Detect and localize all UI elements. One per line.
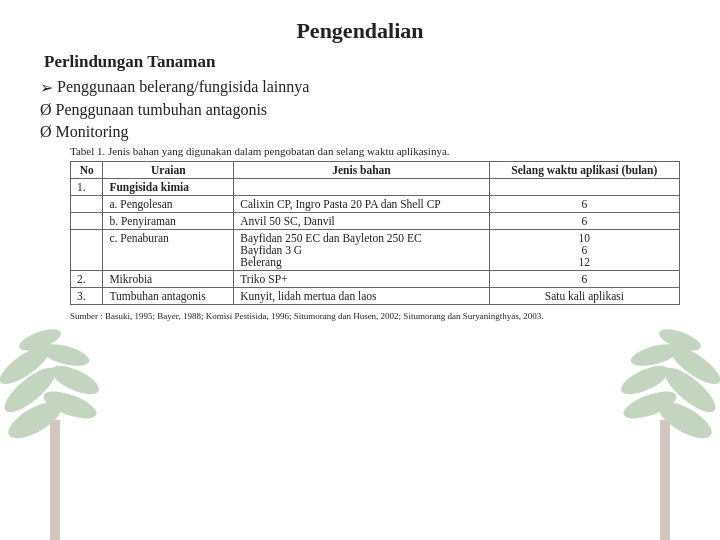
page-title: Pengendalian <box>40 18 680 44</box>
bullet-text-1: Penggunaan belerang/fungisida lainnya <box>57 78 680 96</box>
cell-jenis: Calixin CP, Ingro Pasta 20 PA dan Shell … <box>234 196 489 213</box>
cell-uraian: Fungisida kimia <box>103 179 234 196</box>
table-row: b. PenyiramanAnvil 50 SC, Danvil6 <box>71 213 680 230</box>
col-header-uraian: Uraian <box>103 162 234 179</box>
table-row: 2.MikrobiaTriko SP+6 <box>71 271 680 288</box>
bullet-arrow-2: Ø <box>40 101 52 119</box>
bullet-text-3: Monitoring <box>56 123 680 141</box>
source-text: Sumber : Basuki, 1995; Bayer, 1988; Komi… <box>70 311 680 321</box>
bullet-arrow-1: ➢ <box>40 78 53 97</box>
cell-uraian: a. Pengolesan <box>103 196 234 213</box>
cell-no <box>71 230 103 271</box>
table-row: 1.Fungisida kimia <box>71 179 680 196</box>
cell-no: 1. <box>71 179 103 196</box>
col-header-jenis: Jenis bahan <box>234 162 489 179</box>
cell-uraian: b. Penyiraman <box>103 213 234 230</box>
cell-uraian: c. Penaburan <box>103 230 234 271</box>
col-header-selang: Selang waktu aplikasi (bulan) <box>489 162 679 179</box>
svg-rect-0 <box>50 420 60 540</box>
plant-left-icon <box>0 320 120 540</box>
data-table: No Uraian Jenis bahan Selang waktu aplik… <box>70 161 680 305</box>
cell-uraian: Tumbuhan antagonis <box>103 288 234 305</box>
cell-selang: 10 6 12 <box>489 230 679 271</box>
subtitle: Perlindungan Tanaman <box>44 52 680 72</box>
bullet-arrow-3: Ø <box>40 123 52 141</box>
cell-selang: 6 <box>489 213 679 230</box>
bullet-text-2: Penggunaan tumbuhan antagonis <box>56 101 680 119</box>
table-caption: Tabel 1. Jenis bahan yang digunakan dala… <box>70 145 680 157</box>
plant-right-icon <box>600 320 720 540</box>
cell-jenis: Triko SP+ <box>234 271 489 288</box>
table-row: a. PengolesanCalixin CP, Ingro Pasta 20 … <box>71 196 680 213</box>
cell-jenis: Anvil 50 SC, Danvil <box>234 213 489 230</box>
bullet-2: Ø Penggunaan tumbuhan antagonis <box>40 101 680 119</box>
bullet-1: ➢ Penggunaan belerang/fungisida lainnya <box>40 78 680 97</box>
cell-selang <box>489 179 679 196</box>
cell-no: 2. <box>71 271 103 288</box>
cell-jenis <box>234 179 489 196</box>
bullet-3: Ø Monitoring <box>40 123 680 141</box>
cell-no: 3. <box>71 288 103 305</box>
table-row: c. PenaburanBayfidan 250 EC dan Bayleton… <box>71 230 680 271</box>
cell-jenis: Bayfidan 250 EC dan Bayleton 250 EC Bayf… <box>234 230 489 271</box>
table-row: 3.Tumbuhan antagonisKunyit, lidah mertua… <box>71 288 680 305</box>
cell-no <box>71 213 103 230</box>
svg-rect-8 <box>660 420 670 540</box>
col-header-no: No <box>71 162 103 179</box>
cell-selang: 6 <box>489 196 679 213</box>
cell-selang: Satu kali aplikasi <box>489 288 679 305</box>
cell-jenis: Kunyit, lidah mertua dan laos <box>234 288 489 305</box>
cell-no <box>71 196 103 213</box>
cell-uraian: Mikrobia <box>103 271 234 288</box>
cell-selang: 6 <box>489 271 679 288</box>
